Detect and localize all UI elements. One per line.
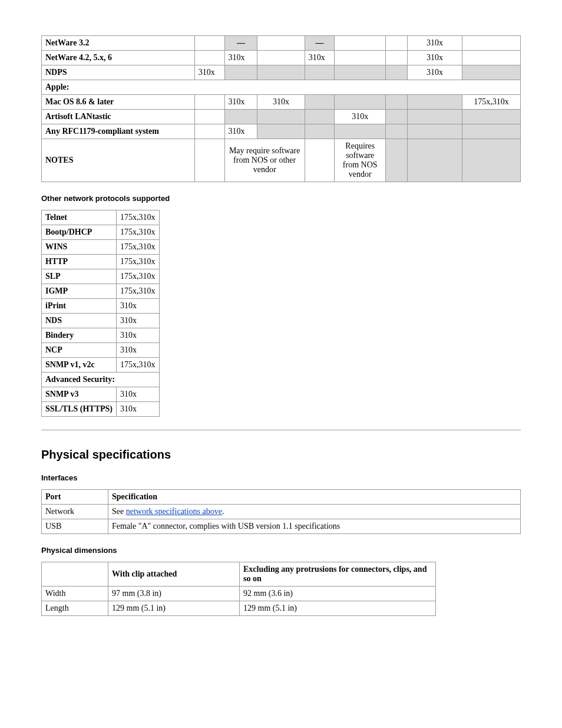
dim-cell: 97 mm (3.8 in) xyxy=(108,587,240,601)
protocols-table: Telnet175x,310xBootp/DHCP175x,310xWINS17… xyxy=(41,210,160,417)
network-compat-table: NetWare 3.2——310xNetWare 4.2, 5.x, 6310x… xyxy=(41,35,521,182)
cell xyxy=(335,124,386,139)
protocol-value: 310x xyxy=(117,328,160,343)
protocol-value: 175x,310x xyxy=(117,284,160,299)
table-row: SLP175x,310x xyxy=(42,269,160,284)
dimensions-table: With clip attached Excluding any protrus… xyxy=(41,562,436,616)
cell xyxy=(194,110,224,124)
cell xyxy=(462,124,520,139)
interfaces-header-port: Port xyxy=(42,490,108,505)
cell xyxy=(335,36,386,51)
network-spec-link[interactable]: network specifications above xyxy=(126,507,222,516)
cell xyxy=(462,139,520,182)
cell xyxy=(462,65,520,80)
table-row: Bootp/DHCP175x,310x xyxy=(42,225,160,240)
protocol-name: SSL/TLS (HTTPS) xyxy=(42,402,117,417)
cell xyxy=(194,36,224,51)
table-row: NetworkSee network specifications above. xyxy=(42,505,521,519)
protocol-name: HTTP xyxy=(42,255,117,269)
table-row: Mac OS 8.6 & later310x310x175x,310x xyxy=(42,95,521,110)
table-row: Apple: xyxy=(42,80,521,95)
cell: 310x xyxy=(408,65,462,80)
cell xyxy=(305,95,335,110)
cell xyxy=(386,110,408,124)
dim-header-blank xyxy=(42,562,108,587)
cell: 310x xyxy=(335,110,386,124)
cell: — xyxy=(305,36,335,51)
protocol-name: Bindery xyxy=(42,328,117,343)
protocol-value: 175x,310x xyxy=(117,240,160,255)
cell xyxy=(305,110,335,124)
cell xyxy=(257,124,305,139)
cell xyxy=(305,65,335,80)
cell xyxy=(386,65,408,80)
protocol-name: iPrint xyxy=(42,299,117,314)
cell xyxy=(462,51,520,65)
row-label: Apple: xyxy=(42,80,521,95)
protocol-name: WINS xyxy=(42,240,117,255)
table-row: Telnet175x,310x xyxy=(42,210,160,225)
table-row: WINS175x,310x xyxy=(42,240,160,255)
section-divider xyxy=(41,430,521,430)
table-row: Any RFC1179-compliant system310x xyxy=(42,124,521,139)
cell xyxy=(408,139,462,182)
table-row: IGMP175x,310x xyxy=(42,284,160,299)
cell: — xyxy=(224,36,257,51)
table-row: NOTESMay require software from NOS or ot… xyxy=(42,139,521,182)
table-row: Bindery310x xyxy=(42,328,160,343)
spec-cell: Female "A" connector, complies with USB … xyxy=(108,519,521,534)
table-row: NDPS310x310x xyxy=(42,65,521,80)
notes-cell: May require software from NOS or other v… xyxy=(224,139,305,182)
dimensions-heading: Physical dimensions xyxy=(41,546,521,555)
protocol-name: NCP xyxy=(42,343,117,358)
table-row: Artisoft LANtastic310x xyxy=(42,110,521,124)
table-row: NCP310x xyxy=(42,343,160,358)
cell xyxy=(386,124,408,139)
cell xyxy=(224,65,257,80)
cell: 310x xyxy=(408,36,462,51)
protocol-name: SNMP v3 xyxy=(42,387,117,402)
cell: 310x xyxy=(305,51,335,65)
cell xyxy=(462,36,520,51)
protocol-value: 310x xyxy=(117,343,160,358)
protocol-name: IGMP xyxy=(42,284,117,299)
dim-label: Length xyxy=(42,601,108,616)
protocol-value: 175x,310x xyxy=(117,225,160,240)
cell xyxy=(194,95,224,110)
protocol-value: 310x xyxy=(117,299,160,314)
cell xyxy=(257,65,305,80)
cell xyxy=(335,51,386,65)
protocol-value: 310x xyxy=(117,387,160,402)
interfaces-header-spec: Specification xyxy=(108,490,521,505)
protocol-name: NDS xyxy=(42,314,117,328)
table-row: SNMP v3310x xyxy=(42,387,160,402)
cell xyxy=(386,95,408,110)
interfaces-heading: Interfaces xyxy=(41,473,521,482)
cell xyxy=(194,51,224,65)
cell: 175x,310x xyxy=(462,95,520,110)
cell: 310x xyxy=(194,65,224,80)
row-label: NOTES xyxy=(42,139,195,182)
cell xyxy=(408,124,462,139)
cell xyxy=(305,124,335,139)
port-cell: Network xyxy=(42,505,108,519)
row-label: Any RFC1179-compliant system xyxy=(42,124,195,139)
table-row: NetWare 3.2——310x xyxy=(42,36,521,51)
cell: 310x xyxy=(224,124,257,139)
interfaces-table: Port Specification NetworkSee network sp… xyxy=(41,489,521,534)
protocol-name: SNMP v1, v2c xyxy=(42,358,117,373)
table-row: Length129 mm (5.1 in)129 mm (5.1 in) xyxy=(42,601,436,616)
cell xyxy=(386,36,408,51)
cell xyxy=(194,124,224,139)
cell: 310x xyxy=(257,95,305,110)
protocol-value: 175x,310x xyxy=(117,358,160,373)
dim-header-clip: With clip attached xyxy=(108,562,240,587)
cell xyxy=(408,95,462,110)
protocol-value: 175x,310x xyxy=(117,255,160,269)
cell xyxy=(386,139,408,182)
table-row: SNMP v1, v2c175x,310x xyxy=(42,358,160,373)
protocol-value: 310x xyxy=(117,402,160,417)
protocol-name: Bootp/DHCP xyxy=(42,225,117,240)
cell: 310x xyxy=(408,51,462,65)
table-row: NetWare 4.2, 5.x, 6310x310x310x xyxy=(42,51,521,65)
